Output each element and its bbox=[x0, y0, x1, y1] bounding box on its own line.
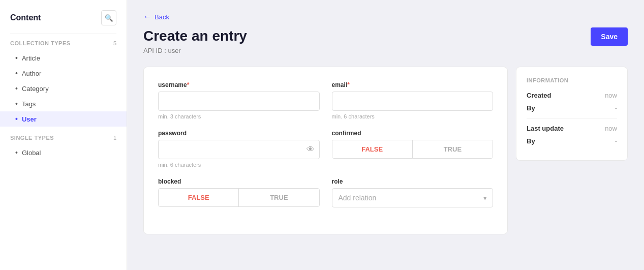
back-button[interactable]: ← Back bbox=[143, 12, 169, 21]
blocked-true-button[interactable]: TRUE bbox=[239, 189, 319, 206]
role-select[interactable]: Add relation bbox=[332, 188, 494, 207]
by-value-2: - bbox=[615, 137, 617, 145]
role-select-wrapper: Add relation ▾ bbox=[332, 188, 494, 207]
api-id: API ID : user bbox=[143, 47, 247, 54]
sidebar-item-author[interactable]: Author bbox=[0, 66, 127, 81]
back-arrow-icon: ← bbox=[143, 12, 151, 21]
info-panel-title: INFORMATION bbox=[527, 77, 617, 83]
single-types-label: SINGLE TYPES bbox=[10, 135, 54, 141]
collection-types-header: COLLECTION TYPES 5 bbox=[0, 40, 127, 50]
confirmed-label: confirmed bbox=[332, 130, 494, 137]
username-input[interactable] bbox=[158, 92, 320, 111]
blocked-group: blocked FALSE TRUE bbox=[158, 178, 320, 207]
search-button[interactable]: 🔍 bbox=[101, 10, 116, 25]
eye-icon[interactable]: 👁 bbox=[306, 145, 315, 154]
page-title: Create an entry bbox=[143, 27, 247, 45]
confirmed-group: confirmed FALSE TRUE bbox=[332, 130, 494, 168]
by-row-2: By - bbox=[527, 137, 617, 145]
role-group: role Add relation ▾ bbox=[332, 178, 494, 207]
page-header: Create an entry API ID : user Save bbox=[143, 27, 628, 54]
single-types-count: 1 bbox=[113, 135, 116, 141]
confirmed-true-button[interactable]: TRUE bbox=[413, 140, 493, 158]
username-group: username* min. 3 characters bbox=[158, 81, 320, 119]
last-update-label: Last update bbox=[527, 125, 564, 132]
by-label-1: By bbox=[527, 104, 535, 112]
info-panel: INFORMATION Created now By - Last update… bbox=[516, 67, 628, 161]
form-row-2: password 👁 min. 6 characters confirmed F… bbox=[158, 130, 493, 168]
content-area: username* min. 3 characters email* min. … bbox=[143, 67, 628, 234]
username-required: * bbox=[187, 81, 190, 88]
collection-types-count: 5 bbox=[113, 40, 116, 46]
by-label-2: By bbox=[527, 137, 535, 145]
email-hint: min. 6 characters bbox=[332, 113, 494, 119]
search-icon: 🔍 bbox=[105, 14, 113, 22]
last-update-value: now bbox=[605, 125, 617, 132]
blocked-false-button[interactable]: FALSE bbox=[159, 189, 239, 206]
by-value-1: - bbox=[615, 104, 617, 112]
role-label: role bbox=[332, 178, 494, 185]
collection-types-label: COLLECTION TYPES bbox=[10, 40, 71, 46]
created-label: Created bbox=[527, 92, 551, 99]
password-label: password bbox=[158, 130, 320, 137]
page-title-block: Create an entry API ID : user bbox=[143, 27, 247, 54]
sidebar-header: Content 🔍 bbox=[0, 10, 127, 34]
created-row: Created now bbox=[527, 92, 617, 99]
email-required: * bbox=[347, 81, 350, 88]
password-input[interactable] bbox=[158, 140, 320, 159]
last-update-row: Last update now bbox=[527, 125, 617, 132]
info-divider bbox=[527, 118, 617, 118]
sidebar-item-category[interactable]: Category bbox=[0, 81, 127, 96]
form-row-3: blocked FALSE TRUE role Add relation ▾ bbox=[158, 178, 493, 207]
email-group: email* min. 6 characters bbox=[332, 81, 494, 119]
sidebar-item-user[interactable]: User bbox=[0, 111, 127, 127]
confirmed-toggle: FALSE TRUE bbox=[332, 140, 494, 159]
blocked-toggle: FALSE TRUE bbox=[158, 188, 320, 207]
username-label: username* bbox=[158, 81, 320, 88]
sidebar-item-article[interactable]: Article bbox=[0, 50, 127, 66]
sidebar-divider bbox=[10, 34, 116, 34]
sidebar: Content 🔍 COLLECTION TYPES 5 Article Aut… bbox=[0, 0, 127, 270]
form-row-1: username* min. 3 characters email* min. … bbox=[158, 81, 493, 119]
main-content: ← Back Create an entry API ID : user Sav… bbox=[127, 0, 644, 270]
sidebar-item-tags[interactable]: Tags bbox=[0, 96, 127, 111]
sidebar-title: Content bbox=[10, 13, 41, 22]
blocked-label: blocked bbox=[158, 178, 320, 185]
password-hint: min. 6 characters bbox=[158, 162, 320, 168]
email-input[interactable] bbox=[332, 92, 494, 111]
save-button[interactable]: Save bbox=[591, 27, 628, 46]
single-types-header: SINGLE TYPES 1 bbox=[0, 135, 127, 145]
password-group: password 👁 min. 6 characters bbox=[158, 130, 320, 168]
form-card: username* min. 3 characters email* min. … bbox=[143, 67, 508, 234]
username-hint: min. 3 characters bbox=[158, 113, 320, 119]
password-wrapper: 👁 bbox=[158, 140, 320, 159]
email-label: email* bbox=[332, 81, 494, 88]
confirmed-false-button[interactable]: FALSE bbox=[332, 140, 413, 158]
by-row-1: By - bbox=[527, 104, 617, 112]
created-value: now bbox=[605, 92, 617, 99]
sidebar-item-global[interactable]: Global bbox=[0, 145, 127, 160]
